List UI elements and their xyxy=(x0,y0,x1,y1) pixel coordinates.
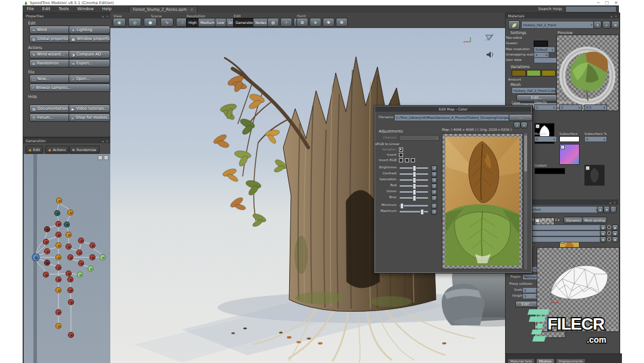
reset-icon[interactable]: ↺ xyxy=(431,209,437,215)
menu-edit[interactable]: Edit xyxy=(38,5,55,13)
video-tutorials-button[interactable]: ▶Video tutorials... xyxy=(69,104,110,113)
clear-map-icon[interactable]: × xyxy=(521,122,528,128)
minimize-icon[interactable]: ─ xyxy=(597,1,599,5)
invert-r-checkbox[interactable] xyxy=(399,158,403,162)
documentation-button[interactable]: ▤Documentation... xyxy=(29,104,71,113)
pin-icon[interactable]: ▴ xyxy=(609,201,611,204)
material-duplicate-icon[interactable]: ⊞ xyxy=(611,21,620,29)
metallic-value-field[interactable]: 0⇅ xyxy=(534,136,557,142)
menu-file[interactable]: File xyxy=(23,5,38,13)
measure-tool-icon[interactable]: ⊹ xyxy=(280,18,292,27)
paint-prune-icon[interactable]: ✾ xyxy=(323,18,335,27)
tab-displacements[interactable]: Displacements xyxy=(556,358,586,363)
graph-fit-icon[interactable] xyxy=(104,155,109,160)
material-select[interactable]: Hickory_Fall_2_Front▾ xyxy=(521,21,594,29)
map-preview-frame[interactable] xyxy=(442,133,523,269)
dialog-titlebar[interactable]: Edit Map - Color xyxy=(375,106,531,112)
tab-meshes[interactable]: Meshes xyxy=(536,358,555,363)
randomize-button[interactable]: ⊞Randomize xyxy=(29,59,71,67)
tab-close-icon[interactable]: × xyxy=(190,7,193,12)
gloss-value-field[interactable]: 0.5⇅ xyxy=(584,104,607,110)
paint-leaf-icon[interactable]: ❀ xyxy=(309,18,321,27)
search-help-input[interactable] xyxy=(565,6,617,13)
material-stepper-icon[interactable]: ⇅ xyxy=(593,21,602,29)
gloss-map-thumb[interactable]: ✓ xyxy=(584,165,605,186)
document-tab[interactable]: Forest_Stump_2_Rocks.spm × xyxy=(129,6,197,13)
close-icon[interactable]: ✕ xyxy=(614,1,618,5)
opacity-value-field[interactable]: 1⇅ xyxy=(534,104,557,110)
row-radio[interactable] xyxy=(607,231,611,235)
menu-tools[interactable]: Tools xyxy=(54,5,73,13)
red-slider[interactable] xyxy=(399,184,429,187)
lighting-button[interactable]: ☀Lighting xyxy=(69,26,110,34)
global-properties-button[interactable]: ◍Global properties xyxy=(29,35,71,43)
channel-select[interactable]: ▾ xyxy=(399,135,439,141)
focus-icon[interactable]: ● xyxy=(144,18,157,27)
menu-window[interactable]: Window xyxy=(73,5,98,13)
normal-map-thumb[interactable]: ✓ xyxy=(559,144,580,165)
row-radio[interactable] xyxy=(607,237,611,241)
export-button[interactable]: ➔Export... xyxy=(69,59,110,67)
browse-button[interactable]: ... xyxy=(509,114,532,121)
orbit-view-icon[interactable]: ◉ xyxy=(113,18,126,27)
look-around-icon[interactable]: ◎ xyxy=(128,18,141,27)
collection-diamond-icon[interactable]: ◆ xyxy=(597,206,603,213)
wind-indicator-icon[interactable] xyxy=(485,33,494,44)
menu-help[interactable]: Help xyxy=(98,5,116,13)
filename-input[interactable]: C:/Tree_Library/v8/Miscellaneous_A_Piece… xyxy=(394,114,510,121)
wind-wizard-button[interactable]: ↯Wind wizard... xyxy=(29,50,71,59)
sphere-tool-icon[interactable]: ◍ xyxy=(267,18,279,27)
maximum-slider[interactable] xyxy=(399,210,429,213)
variation-swatch[interactable] xyxy=(527,70,541,76)
green-slider[interactable] xyxy=(399,190,429,193)
reset-icon[interactable]: ↺ xyxy=(431,171,437,177)
user-data-field[interactable] xyxy=(534,57,558,63)
reset-icon[interactable]: ↺ xyxy=(431,165,437,171)
edit-map-dialog[interactable]: Edit Map - Color Filename C:/Tree_Librar… xyxy=(374,106,532,273)
reset-icon[interactable]: ↺ xyxy=(431,189,437,195)
edit-nodes-button[interactable]: Nodes xyxy=(253,18,269,27)
map-enabled-checkbox[interactable]: ✓ xyxy=(535,124,540,128)
maximize-icon[interactable]: □ xyxy=(605,1,609,5)
paint-grow-icon[interactable]: ✿ xyxy=(296,18,308,27)
generation-randomize-button[interactable]: ⊞Randomize xyxy=(69,146,100,153)
pin-icon[interactable]: ▴ xyxy=(611,14,612,18)
new-button[interactable]: ▢New... xyxy=(29,75,71,83)
wind-button[interactable]: ≈Wind xyxy=(29,26,71,34)
material-leaf-icon[interactable] xyxy=(508,20,520,30)
map-enabled-checkbox[interactable]: ✓ xyxy=(561,145,565,149)
open-button[interactable]: ▱Open... xyxy=(69,75,110,83)
reset-icon[interactable]: ↺ xyxy=(431,177,437,183)
custom-swatch[interactable] xyxy=(534,168,565,174)
subsurface-swatch[interactable] xyxy=(559,136,580,142)
invert-checkbox[interactable] xyxy=(399,153,403,157)
row-grid-icon[interactable]: ▦ xyxy=(600,224,606,230)
map-enabled-checkbox[interactable]: ✓ xyxy=(586,166,590,170)
leaf-clusters[interactable] xyxy=(212,74,288,228)
panel-close-icon[interactable]: × xyxy=(106,139,109,143)
generation-graph-svg[interactable] xyxy=(24,154,110,363)
material-preview[interactable] xyxy=(556,35,619,111)
shop-models-button[interactable]: ⌂Shop for models... xyxy=(69,113,110,122)
pin-icon[interactable]: ▴ xyxy=(102,14,104,18)
panel-close-icon[interactable]: × xyxy=(615,14,617,18)
generation-edit-button[interactable]: ●Edit xyxy=(26,146,43,153)
paint-mesh-icon[interactable]: ❁ xyxy=(336,18,348,27)
browse-samples-button[interactable]: ⌕Browse samples... xyxy=(29,84,110,92)
season-swatch[interactable] xyxy=(534,41,548,47)
compute-ao-button[interactable]: ◑Compute AO xyxy=(69,50,110,59)
reset-icon[interactable]: ↺ xyxy=(431,183,437,189)
subsurface-pct-value-field[interactable]: 1⇅ xyxy=(584,136,607,142)
row-grid-icon[interactable]: ▦ xyxy=(600,236,606,242)
resolution-low-button[interactable]: Low xyxy=(215,18,227,27)
generation-graph-area[interactable] xyxy=(24,154,110,363)
mesh-winding-button[interactable]: Mesh winding xyxy=(582,217,607,223)
srgb-checkbox[interactable] xyxy=(399,147,403,152)
generation-actions-button[interactable]: ●Actions xyxy=(45,146,69,153)
saturation-slider[interactable] xyxy=(399,179,429,182)
reset-icon[interactable]: ↺ xyxy=(431,203,437,209)
reset-icon[interactable]: ↺ xyxy=(431,195,437,201)
panel-close-icon[interactable]: × xyxy=(614,201,616,204)
folder-up-icon[interactable]: ⇧ xyxy=(513,122,521,128)
row-box-icon[interactable]: ▣ xyxy=(612,236,618,242)
